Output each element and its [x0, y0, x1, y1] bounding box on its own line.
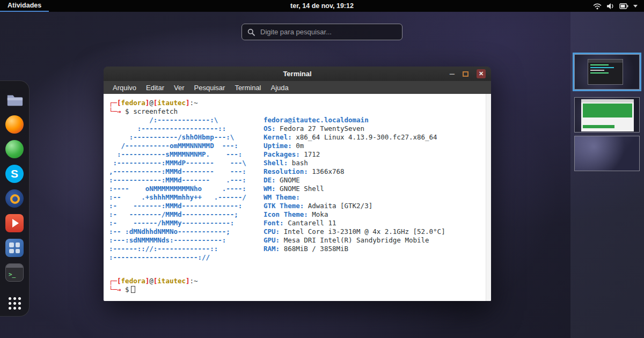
skype-icon: S [5, 165, 24, 183]
minimize-button[interactable]: ─ [450, 70, 455, 77]
window-title: Terminal [283, 70, 311, 78]
prompt-line-2: └─→ $ screenfetch [109, 107, 485, 116]
chevron-down-icon [633, 5, 638, 8]
terminal-menubar: Arquivo Editar Ver Pesquisar Terminal Aj… [104, 81, 491, 94]
activities-label: Atividades [8, 2, 41, 9]
workspace-2-thumbnail[interactable] [574, 97, 640, 133]
terminal-content-area[interactable]: ┌─[fedora]@[itautec]:~ └─→ $ screenfetch… [104, 94, 491, 301]
battery-icon [619, 3, 628, 9]
play-icon [5, 214, 24, 232]
folder-icon [5, 91, 24, 109]
terminal-titlebar[interactable]: Terminal ─ ✕ [104, 67, 491, 81]
menu-pesquisar[interactable]: Pesquisar [189, 84, 230, 92]
grid-app-icon [5, 239, 24, 257]
blue-grid-app-icon[interactable] [4, 238, 25, 258]
terminal-app-icon[interactable]: >_ [4, 262, 25, 283]
window-controls: ─ ✕ [450, 67, 486, 81]
search-icon [247, 28, 255, 36]
media-player-app-icon[interactable] [4, 213, 25, 233]
clock-label: ter, 14 de nov, 19:12 [290, 2, 354, 10]
maximize-button[interactable] [463, 71, 469, 77]
menu-arquivo[interactable]: Arquivo [108, 84, 141, 92]
info-row-kernel: Kernel: x86_64 Linux 4.13.9-300.fc27.x86… [264, 133, 445, 142]
info-row-cpu: CPU: Intel Core i3-2310M @ 4x 2.1GHz [52… [264, 227, 445, 236]
terminal-scrollbar[interactable] [486, 94, 491, 301]
activities-button[interactable]: Atividades [0, 0, 49, 12]
prompt-path: :~ [190, 99, 198, 107]
prompt-line-1: ┌─[fedora]@[itautec]:~ [109, 99, 485, 107]
dash-dock: S >_ [0, 80, 30, 317]
screenfetch-output: /:-------------:\ :-------------------::… [109, 116, 485, 262]
info-row-ram: RAM: 868MiB / 3858MiB [264, 245, 445, 253]
close-button[interactable]: ✕ [477, 69, 486, 78]
skype-app-icon[interactable]: S [4, 164, 25, 184]
search-input[interactable] [259, 27, 397, 36]
workspace-2-preview [575, 98, 639, 132]
info-row-os: OS: Fedora 27 TwentySeven [264, 124, 445, 133]
menu-editar[interactable]: Editar [141, 84, 169, 92]
info-row-de: DE: GNOME [264, 176, 445, 185]
prompt-user: fedora [121, 99, 145, 107]
firefox-icon [5, 115, 24, 134]
terminal-icon: >_ [5, 263, 24, 282]
clock-menu-button[interactable]: ter, 14 de nov, 19:12 [290, 2, 354, 10]
firefox-app-icon[interactable] [4, 114, 25, 135]
info-row-wm-theme: WM Theme: [264, 193, 445, 202]
show-applications-button[interactable] [8, 296, 21, 310]
gnome-overview-desktop: Atividades ter, 14 de nov, 19:12 [0, 0, 644, 338]
files-app-icon[interactable] [4, 90, 25, 110]
info-row-gpu: GPU: Mesa DRI Intel(R) Sandybridge Mobil… [264, 236, 445, 245]
info-row-icon-theme: Icon Theme: Moka [264, 210, 445, 219]
fedora-ascii-logo: /:-------------:\ :-------------------::… [109, 116, 264, 262]
system-status-menu[interactable] [590, 0, 641, 12]
prompt-host: itautec [157, 99, 186, 107]
green-app-icon[interactable] [4, 139, 25, 159]
workspace-3-preview [575, 136, 639, 171]
blue-a-app-icon[interactable] [4, 188, 25, 209]
info-row-packages: Packages: 1712 [264, 150, 445, 159]
menu-terminal[interactable]: Terminal [230, 84, 266, 92]
info-row-shell: Shell: bash [264, 159, 445, 167]
volume-icon [606, 3, 614, 10]
blue-a-icon [5, 189, 24, 208]
system-info-column: fedora@itautec.localdomain OS: Fedora 27… [264, 116, 445, 262]
prompt-arrow: └─→ [109, 107, 121, 115]
menu-ajuda[interactable]: Ajuda [266, 84, 294, 92]
info-row-gtk-theme: GTK Theme: Adwaita [GTK2/3] [264, 202, 445, 210]
workspace-3-thumbnail[interactable] [574, 136, 640, 171]
overview-search[interactable] [241, 24, 402, 40]
workspace-1-preview [575, 55, 639, 89]
prompt-corner: ┌─ [109, 99, 117, 107]
current-prompt: ┌─[fedora]@[itautec]:~ └─→ $ [109, 277, 485, 294]
terminal-cursor [131, 286, 135, 293]
workspace-1-thumbnail[interactable] [574, 54, 640, 90]
wifi-icon [593, 3, 602, 10]
terminal-window: Terminal ─ ✕ Arquivo Editar Ver Pesquisa… [104, 67, 491, 301]
menu-ver[interactable]: Ver [169, 84, 189, 92]
info-row-resolution: Resolution: 1366x768 [264, 167, 445, 176]
info-row-font: Font: Cantarell 11 [264, 219, 445, 227]
command-text: screenfetch [133, 107, 178, 115]
screenfetch-host-line: fedora@itautec.localdomain [264, 116, 445, 124]
info-row-uptime: Uptime: 0m [264, 142, 445, 150]
green-globe-icon [5, 140, 24, 158]
info-row-wm: WM: GNOME Shell [264, 185, 445, 193]
top-bar: Atividades ter, 14 de nov, 19:12 [0, 0, 644, 12]
